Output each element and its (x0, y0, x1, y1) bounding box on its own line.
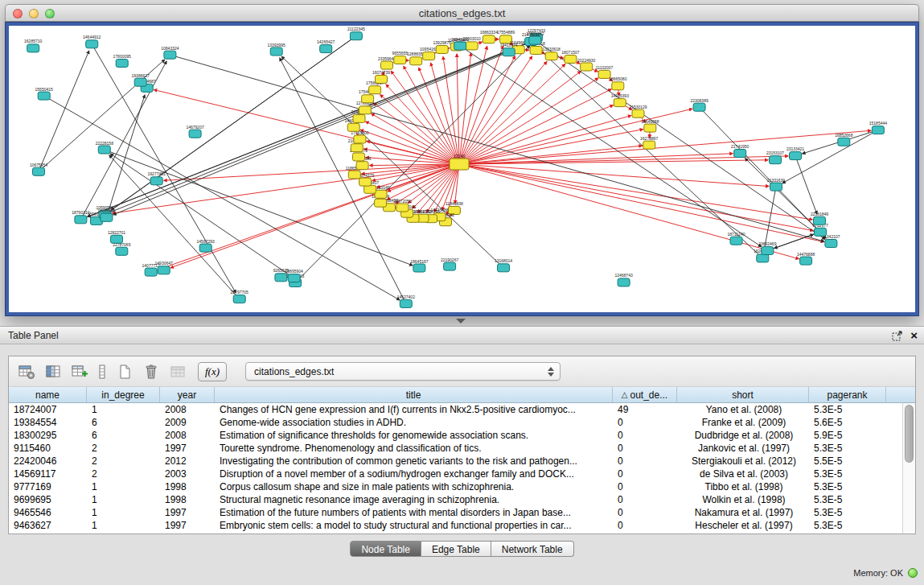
graph-edge[interactable] (372, 113, 459, 164)
graph-node[interactable]: 16852668 (835, 133, 852, 146)
graph-edge[interactable] (295, 46, 530, 283)
graph-node[interactable]: 14265427 (317, 39, 335, 53)
graph-node[interactable]: 21530129 (629, 105, 647, 118)
graph-edge[interactable] (92, 44, 236, 293)
graph-edge[interactable] (459, 164, 769, 187)
graph-node[interactable]: 22308389 (690, 98, 708, 112)
graph-node[interactable]: 12888352 (407, 51, 425, 65)
table-row[interactable]: 946554611997Estimation of the future num… (9, 506, 902, 519)
graph-node[interactable]: 17800095 (113, 54, 131, 68)
graph-node[interactable]: 13393995 (268, 43, 285, 56)
tab-network-table[interactable]: Network Table (491, 541, 574, 557)
graph-node[interactable]: 10675954 (30, 163, 47, 176)
graph-edge[interactable] (110, 154, 294, 278)
table-row[interactable]: 1830029562008Estimation of significance … (9, 429, 902, 442)
minimize-window-button[interactable] (29, 9, 39, 19)
column-header-in_degree[interactable]: in_degree (87, 387, 160, 402)
zoom-window-button[interactable] (45, 9, 55, 19)
column-header-name[interactable]: name (9, 387, 87, 402)
table-row[interactable]: 911546021997Tourette syndrome. Phenomeno… (9, 442, 902, 455)
graph-node[interactable]: 15185444 (869, 121, 887, 134)
graph-edge[interactable] (459, 62, 547, 165)
graph-edge[interactable] (366, 122, 459, 164)
graph-node[interactable]: 21122345 (347, 27, 365, 40)
graph-node[interactable]: 10954163 (420, 47, 437, 60)
vertical-scrollbar[interactable] (902, 403, 915, 534)
graph-node[interactable]: 20224930 (577, 58, 595, 72)
new-file-icon[interactable] (113, 360, 136, 383)
graph-node[interactable]: 23153107 (766, 150, 784, 164)
graph-node[interactable]: 14935393 (611, 93, 629, 107)
graph-node[interactable]: 14930647 (155, 261, 173, 274)
graph-node[interactable]: 16863334 (480, 30, 498, 43)
graph-node[interactable]: 14567293 (197, 239, 215, 253)
graph-node[interactable]: 18665080 (609, 76, 626, 90)
table-row[interactable]: 2242004622012Investigating the contribut… (9, 455, 902, 468)
graph-edge[interactable] (459, 56, 515, 164)
graph-node[interactable]: 12822701 (108, 230, 125, 244)
graph-node[interactable]: 22190267 (441, 257, 458, 271)
graph-node[interactable]: 12468743 (614, 273, 632, 286)
graph-edge[interactable] (39, 51, 89, 171)
graph-edge[interactable] (459, 164, 813, 231)
column-header-out_de[interactable]: △out_de... (613, 387, 677, 402)
tab-node-table[interactable]: Node Table (350, 541, 421, 557)
graph-node[interactable]: 16285710 (24, 39, 42, 52)
graph-node[interactable]: 19411974 (500, 43, 518, 56)
graph-edge[interactable] (360, 130, 459, 164)
graph-node[interactable]: 14679207 (186, 125, 203, 138)
graph-edge[interactable] (535, 40, 825, 239)
splitter-handle[interactable] (456, 319, 466, 323)
graph-node[interactable]: 23133421 (786, 146, 804, 160)
graph-node[interactable]: 16278867 (640, 136, 658, 150)
graph-node[interactable]: 9655655 (392, 51, 409, 64)
graph-node[interactable]: 22228158 (96, 141, 113, 154)
close-window-button[interactable] (13, 9, 23, 19)
graph-node[interactable]: 13233618 (543, 47, 561, 60)
graph-node[interactable]: 15650415 (35, 87, 53, 101)
graph-edge[interactable] (459, 89, 611, 164)
graph-node[interactable]: 21331630 (767, 178, 785, 192)
graph-node[interactable]: 14644912 (83, 35, 101, 48)
table-selector[interactable]: citations_edges.txt (245, 362, 561, 381)
graph-edge[interactable] (700, 107, 827, 238)
graph-node[interactable]: 10843324 (161, 46, 179, 59)
graph-edge[interactable] (536, 47, 763, 258)
graph-edge[interactable] (795, 156, 817, 214)
import-table-icon[interactable] (166, 360, 189, 383)
graph-node[interactable]: 22787065 (113, 242, 130, 256)
window-titlebar[interactable]: citations_edges.txt (5, 4, 919, 22)
show-columns-icon[interactable] (42, 360, 64, 383)
function-builder-button[interactable]: f(x) (198, 362, 227, 381)
graph-node[interactable]: 16074739 (372, 70, 390, 84)
graph-node[interactable]: 18645167 (410, 259, 428, 273)
table-row[interactable]: 1938455462009Genome-wide association stu… (9, 416, 902, 429)
graph-edge[interactable] (459, 164, 824, 242)
scrollbar-thumb[interactable] (905, 405, 914, 463)
column-header-title[interactable]: title (215, 387, 613, 402)
graph-node[interactable]: 19277451 (148, 171, 166, 185)
table-mode-icon[interactable] (15, 360, 38, 383)
column-header-year[interactable]: year (160, 387, 215, 402)
graph-node[interactable]: 13168014 (495, 258, 512, 272)
delete-table-icon[interactable] (140, 360, 162, 383)
graph-edge[interactable] (459, 72, 581, 165)
tab-edge-table[interactable]: Edge Table (421, 541, 491, 557)
table-row[interactable]: 1456911722003Disruption of a novel membe… (9, 468, 902, 480)
graph-edge[interactable] (106, 95, 145, 217)
network-canvas[interactable]: 1184983818656232147156881722879517154352… (9, 26, 915, 312)
graph-node[interactable]: 18649088 (641, 119, 659, 133)
close-panel-icon[interactable]: × (910, 330, 918, 341)
graph-node[interactable]: 21741950 (731, 144, 749, 158)
graph-edge[interactable] (280, 58, 406, 303)
table-row[interactable]: 946362711997Embryonic stem cells: a mode… (9, 519, 902, 532)
column-header-short[interactable]: short (677, 387, 809, 402)
graph-node[interactable]: 22797705 (231, 290, 248, 303)
column-header-pagerank[interactable]: pagerank (809, 387, 886, 402)
graph-node[interactable]: 18790310 (72, 210, 89, 224)
table-row[interactable]: 977716911998Corpus callosum shape and si… (9, 480, 902, 493)
graph-edge[interactable] (105, 43, 528, 215)
rows-icon[interactable] (95, 360, 109, 383)
table-row[interactable]: 1872400712008Changes of HCN gene express… (9, 403, 902, 416)
graph-edge[interactable] (459, 105, 613, 164)
